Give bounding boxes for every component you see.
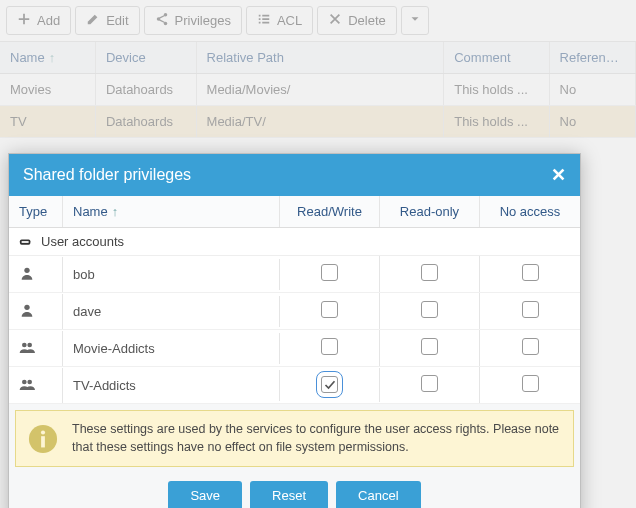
cell-noaccess[interactable] <box>480 293 580 329</box>
checkbox[interactable] <box>321 301 338 318</box>
svg-point-6 <box>24 304 29 309</box>
checkbox[interactable] <box>522 375 539 392</box>
checkbox[interactable] <box>321 264 338 281</box>
close-icon[interactable]: ✕ <box>551 164 566 186</box>
svg-point-10 <box>27 379 32 384</box>
privilege-row[interactable]: dave <box>9 293 580 330</box>
cell-readwrite[interactable] <box>280 293 380 329</box>
col-readonly[interactable]: Read-only <box>380 196 480 227</box>
col-readwrite[interactable]: Read/Write <box>280 196 380 227</box>
account-name: dave <box>63 296 280 327</box>
cell-readonly[interactable] <box>380 367 480 403</box>
svg-point-8 <box>27 342 32 347</box>
cell-readonly[interactable] <box>380 330 480 366</box>
checkbox[interactable] <box>522 338 539 355</box>
checkbox[interactable] <box>321 338 338 355</box>
checkbox[interactable] <box>421 264 438 281</box>
group-toggle-row[interactable]: User accounts <box>9 228 580 256</box>
group-label: User accounts <box>41 234 124 249</box>
info-bar: These settings are used by the services … <box>15 410 574 467</box>
info-text: These settings are used by the services … <box>72 421 561 456</box>
svg-point-13 <box>41 430 45 434</box>
info-icon <box>28 424 58 454</box>
checkbox[interactable] <box>421 301 438 318</box>
account-name: bob <box>63 259 280 290</box>
cell-noaccess[interactable] <box>480 367 580 403</box>
sort-asc-icon: ↑ <box>112 204 119 219</box>
checkbox[interactable] <box>522 301 539 318</box>
cell-noaccess[interactable] <box>480 330 580 366</box>
group-icon <box>9 368 63 403</box>
col-account-name[interactable]: Name↑ <box>63 196 280 227</box>
dialog-title: Shared folder privileges <box>23 166 191 184</box>
account-name: TV-Addicts <box>63 370 280 401</box>
privileges-rows: bobdaveMovie-AddictsTV-Addicts <box>9 256 580 404</box>
checkbox[interactable] <box>421 375 438 392</box>
svg-point-7 <box>22 342 27 347</box>
privilege-row[interactable]: TV-Addicts <box>9 367 580 404</box>
dialog-header[interactable]: Shared folder privileges ✕ <box>9 154 580 196</box>
account-name: Movie-Addicts <box>63 333 280 364</box>
cell-readwrite[interactable] <box>280 256 380 292</box>
cell-readonly[interactable] <box>380 256 480 292</box>
svg-point-9 <box>22 379 27 384</box>
svg-rect-4 <box>22 241 29 243</box>
cancel-button[interactable]: Cancel <box>336 481 420 508</box>
col-noaccess[interactable]: No access <box>480 196 580 227</box>
cell-readwrite[interactable] <box>280 330 380 366</box>
cell-readonly[interactable] <box>380 293 480 329</box>
privileges-header: Type Name↑ Read/Write Read-only No acces… <box>9 196 580 228</box>
reset-button[interactable]: Reset <box>250 481 328 508</box>
checkbox[interactable] <box>421 338 438 355</box>
save-button[interactable]: Save <box>168 481 242 508</box>
cell-readwrite[interactable] <box>280 368 380 402</box>
col-type[interactable]: Type <box>9 196 63 227</box>
svg-point-5 <box>24 267 29 272</box>
group-icon <box>9 331 63 366</box>
privilege-row[interactable]: bob <box>9 256 580 293</box>
privileges-dialog: Shared folder privileges ✕ Type Name↑ Re… <box>8 153 581 508</box>
svg-rect-12 <box>41 436 45 447</box>
privilege-row[interactable]: Movie-Addicts <box>9 330 580 367</box>
checkbox[interactable] <box>321 376 338 393</box>
collapse-icon <box>19 235 33 249</box>
user-icon <box>9 294 63 329</box>
checkbox[interactable] <box>522 264 539 281</box>
user-icon <box>9 257 63 292</box>
cell-noaccess[interactable] <box>480 256 580 292</box>
dialog-buttons: Save Reset Cancel <box>9 473 580 508</box>
